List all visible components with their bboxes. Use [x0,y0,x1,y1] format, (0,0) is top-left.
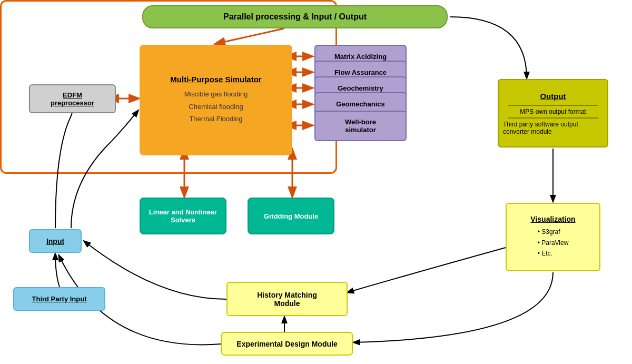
mps-title: Multi-Purpose Simulator [170,75,261,84]
output-line2: Third party software output converter mo… [503,121,603,135]
viz-item-2: • ParaView [538,238,569,248]
output-divider2 [508,117,598,119]
mps-items: Miscible gas flooding Chemical flooding … [184,88,248,125]
viz-title: Visualization [530,215,575,223]
linear-label: Linear and Nonlinear Solvers [143,208,223,224]
gridding-label: Gridding Module [264,212,318,220]
main-diagram: Parallel processing & Input / Output Mul… [0,0,632,364]
output-title: Output [540,92,566,101]
input-box: Input [29,229,82,253]
output-box: Output MPS own output format Third party… [498,79,608,147]
input-label: Input [46,237,64,245]
third-party-input-box: Third Party Input [13,287,105,311]
wellbore-label: Well-boresimulator [345,118,376,134]
viz-item-1: • S3graf [538,227,569,237]
parallel-processing-box: Parallel processing & Input / Output [142,5,448,28]
experimental-design-box: Experimental Design Module [221,332,353,356]
viz-items: • S3graf • ParaView • Etc. [538,227,569,259]
edfm-box: EDFMpreprocessor [29,84,116,113]
history-matching-box: History MatchingModule [226,282,348,316]
edfm-label: EDFMpreprocessor [51,91,94,107]
viz-item-3: • Etc. [538,248,569,259]
visualization-box: Visualization • S3graf • ParaView • Etc. [506,203,600,271]
mps-box: Multi-Purpose Simulator Miscible gas flo… [140,45,292,155]
parallel-processing-label: Parallel processing & Input / Output [223,12,367,22]
wellbore-box: Well-boresimulator [314,111,407,141]
linear-solvers-box: Linear and Nonlinear Solvers [140,198,226,234]
output-line1: MPS own output format [520,108,586,115]
third-party-input-label: Third Party Input [32,295,87,303]
mps-item-1: Miscible gas flooding [184,88,248,100]
gridding-box: Gridding Module [248,198,334,234]
mps-item-2: Chemical flooding [184,101,248,113]
history-label: History MatchingModule [257,291,317,308]
experimental-label: Experimental Design Module [236,340,337,348]
mps-item-3: Thermal Flooding [184,113,248,125]
output-divider [508,105,598,106]
